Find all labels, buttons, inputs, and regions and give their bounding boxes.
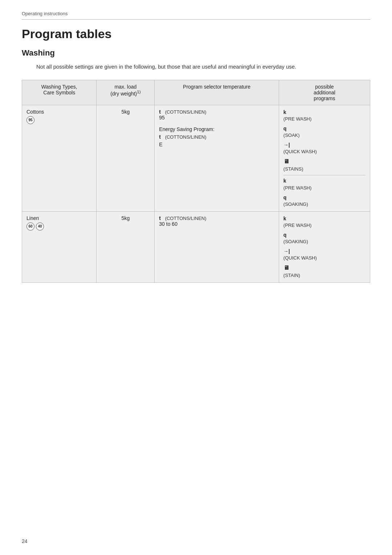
table-row: Linen 60 40 5kg t (COTTONS/LINEN) <box>22 211 370 282</box>
cell-max-load-linen: 5kg <box>97 211 155 282</box>
symbol-q-linen: q <box>283 232 366 238</box>
prog-temp-95: 95 <box>159 115 165 121</box>
label-prewash2: (PRE WASH) <box>283 185 312 191</box>
section-title: Washing <box>22 48 370 58</box>
symbol-stains: 🖥 <box>283 158 366 166</box>
col2-label1: max. load <box>115 84 137 90</box>
label-soak: (SOAK) <box>283 132 300 138</box>
care-symbols-linen: 60 40 <box>26 223 92 230</box>
col-header-additional: possibleadditionalprograms <box>279 80 370 105</box>
label-quickwash-linen: (QUICK WASH) <box>283 255 317 261</box>
symbol-k2: k <box>283 177 366 184</box>
additional-quickwash1: →| (QUICK WASH) <box>283 142 366 155</box>
col-header-washing-types: Washing Types, Care Symbols <box>22 80 97 105</box>
additional-quickwash-linen: →| (QUICK WASH) <box>283 248 366 261</box>
prog-label-cottons-linen1: (COTTONS/LINEN) <box>165 109 207 115</box>
cell-program-cottons: t (COTTONS/LINEN) 95 Energy Saving Progr… <box>155 105 279 211</box>
prog-symbol-t2: t <box>159 134 161 140</box>
table-row: Cottons 95 5kg t (COTTONS/LINEN) <box>22 105 370 211</box>
care-symbol-60: 60 <box>26 223 34 230</box>
prog-label-cottons-linen3: (COTTONS/LINEN) <box>165 216 207 221</box>
cell-program-linen: t (COTTONS/LINEN) 30 to 60 <box>155 211 279 282</box>
col-header-max-load: max. load (dry weight)1) <box>97 80 155 105</box>
cell-additional-linen: k (PRE WASH) q (SOAKING) →| (QUICK WASH) <box>279 211 370 282</box>
prog-label-cottons-linen2: (COTTONS/LINEN) <box>165 134 207 140</box>
additional-soaking-linen: q (SOAKING) <box>283 232 366 245</box>
prog-temp-linen: 30 to 60 <box>159 221 177 227</box>
cell-max-load-cottons: 5kg <box>97 105 155 211</box>
additional-soaking1: q (SOAKING) <box>283 194 366 208</box>
col3-label: Program selector temperature <box>183 84 250 90</box>
additional-stain-linen: 🖥 (STAIN) <box>283 264 366 279</box>
label-quickwash1: (QUICK WASH) <box>283 149 317 154</box>
additional-prewash1: k (PRE WASH) <box>283 109 366 122</box>
symbol-arrow1: →| <box>283 142 366 148</box>
prog-temp-E: E <box>159 142 162 147</box>
label-stain-linen: (STAIN) <box>283 273 300 278</box>
max-load-linen: 5kg <box>122 215 130 221</box>
care-symbols-cottons: 95 <box>26 116 92 124</box>
additional-prewash-linen: k (PRE WASH) <box>283 215 366 229</box>
program-cottons-energy: Energy Saving Program: t (COTTONS/LINEN)… <box>159 126 274 148</box>
breadcrumb: Operating instructions <box>22 11 370 20</box>
col2-label2: (dry weight)1) <box>110 91 141 97</box>
energy-label: Energy Saving Program: <box>159 126 215 132</box>
intro-text: Not all possible settings are given in t… <box>36 63 370 71</box>
symbol-k-linen: k <box>283 215 366 222</box>
col1-label: Washing Types, Care Symbols <box>41 84 77 95</box>
cell-additional-cottons: k (PRE WASH) q (SOAK) →| (QUICK WASH) <box>279 105 370 211</box>
care-symbol-95: 95 <box>26 116 34 124</box>
col-header-program-selector: Program selector temperature <box>155 80 279 105</box>
additional-stains: 🖥 (STAINS) <box>283 158 366 172</box>
symbol-q1: q <box>283 125 366 132</box>
max-load-cottons: 5kg <box>122 109 130 115</box>
symbol-arrow-linen: →| <box>283 248 366 254</box>
label-prewash1: (PRE WASH) <box>283 116 312 122</box>
program-table: Washing Types, Care Symbols max. load (d… <box>22 80 370 283</box>
label-prewash-linen: (PRE WASH) <box>283 223 312 228</box>
label-soaking-linen: (SOAKING) <box>283 239 308 244</box>
care-symbol-40: 40 <box>36 223 44 230</box>
cell-washing-type-linen: Linen 60 40 <box>22 211 97 282</box>
page-number: 24 <box>22 538 28 544</box>
program-cottons-main: t (COTTONS/LINEN) 95 <box>159 109 274 121</box>
type-name-linen: Linen <box>26 215 92 221</box>
col4-label: possibleadditionalprograms <box>314 84 335 101</box>
additional-prewash2: k (PRE WASH) <box>283 177 366 191</box>
type-name-cottons: Cottons <box>26 109 92 115</box>
label-soaking1: (SOAKING) <box>283 201 308 207</box>
symbol-q2: q <box>283 194 366 201</box>
symbol-stain-linen: 🖥 <box>283 264 366 272</box>
prog-symbol-t1: t <box>159 109 161 115</box>
cell-washing-type-cottons: Cottons 95 <box>22 105 97 211</box>
page-title: Program tables <box>22 27 370 41</box>
prog-symbol-t-linen: t <box>159 215 161 221</box>
additional-soak: q (SOAK) <box>283 125 366 139</box>
symbol-k1: k <box>283 109 366 115</box>
label-stains: (STAINS) <box>283 166 303 172</box>
